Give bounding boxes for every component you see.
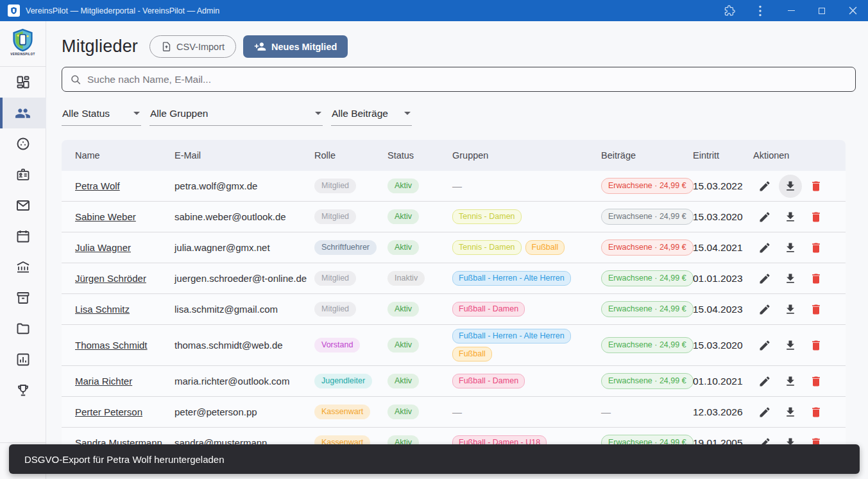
joined-date: 15.03.2022: [693, 180, 753, 192]
column-header: Status: [387, 150, 452, 161]
member-name-link[interactable]: Petra Wolf: [75, 180, 120, 191]
delete-icon: [810, 241, 822, 254]
edit-icon: [758, 211, 771, 223]
role-cell: Mitglied: [314, 302, 387, 316]
sidebar-item-sports[interactable]: [0, 128, 46, 159]
role-cell: Mitglied: [314, 209, 387, 223]
titlebar-menu-icon[interactable]: [745, 0, 776, 21]
member-email: thomas.schmidt@web.de: [174, 340, 314, 351]
sidebar-item-members[interactable]: [0, 98, 46, 128]
sidebar-item-finances[interactable]: [0, 252, 46, 283]
actions-cell: [753, 370, 846, 393]
delete-button[interactable]: [804, 334, 828, 357]
column-header: Gruppen: [452, 150, 601, 161]
status-cell: Aktiv: [387, 209, 452, 223]
delete-button[interactable]: [804, 236, 828, 259]
maximize-button[interactable]: [806, 0, 837, 21]
page-title: Mitglieder: [62, 37, 138, 57]
sidebar-item-trophies[interactable]: [0, 375, 46, 406]
empty-dash: —: [452, 180, 462, 191]
minimize-button[interactable]: [776, 0, 806, 21]
edit-icon: [758, 375, 771, 388]
download-button[interactable]: [779, 236, 802, 259]
member-name-link[interactable]: Thomas Schmidt: [75, 340, 148, 351]
member-name-link[interactable]: Julia Wagner: [75, 242, 131, 253]
close-button[interactable]: [837, 0, 868, 21]
new-member-label: Neues Mitglied: [271, 42, 337, 52]
edit-button[interactable]: [753, 175, 776, 198]
search-icon: [70, 74, 81, 85]
edit-button[interactable]: [753, 205, 776, 229]
toast-snackbar: DSGVO-Export für Petra Wolf heruntergela…: [9, 444, 860, 474]
edit-button[interactable]: [753, 334, 776, 357]
new-member-button[interactable]: Neues Mitglied: [243, 35, 348, 58]
member-name-link[interactable]: Maria Richter: [75, 376, 132, 387]
member-name-link[interactable]: Jürgen Schröder: [75, 273, 146, 284]
sidebar-item-mail[interactable]: [0, 190, 46, 221]
search-input[interactable]: [87, 74, 847, 85]
sidebar-item-archive[interactable]: [0, 283, 46, 313]
download-button[interactable]: [779, 267, 802, 290]
sidebar-item-documents[interactable]: [0, 313, 46, 344]
role-cell: Jugendleiter: [314, 374, 387, 388]
status-badge: Inaktiv: [387, 271, 425, 285]
download-button[interactable]: [779, 370, 802, 393]
edit-button[interactable]: [753, 236, 776, 259]
table-row: Perter Petersonpeter@peterson.ppKassenwa…: [62, 397, 846, 428]
edit-button[interactable]: [753, 267, 776, 290]
sidebar-item-memberships[interactable]: [0, 159, 46, 190]
sidebar-item-calendar[interactable]: [0, 221, 46, 252]
member-name-cell: Petra Wolf: [75, 180, 174, 192]
joined-date: 15.03.2020: [693, 211, 753, 223]
groups-filter-select[interactable]: Alle Gruppen: [149, 105, 323, 126]
logo-caption: VEREINSPILOT: [10, 53, 35, 56]
role-cell: Vorstand: [314, 338, 387, 352]
edit-button[interactable]: [753, 401, 776, 424]
download-button[interactable]: [779, 334, 802, 357]
mail-icon: [15, 198, 31, 213]
member-email: maria.richter@outlook.com: [174, 376, 314, 387]
joined-date: 12.03.2026: [693, 406, 753, 418]
delete-button[interactable]: [804, 175, 828, 198]
file-upload-icon: [161, 41, 172, 52]
extensions-icon[interactable]: [714, 0, 745, 21]
delete-button[interactable]: [804, 298, 828, 321]
column-header: Eintritt: [693, 150, 753, 161]
download-button[interactable]: [779, 205, 802, 229]
fees-filter-select[interactable]: Alle Beiträge: [331, 105, 412, 126]
sidebar-item-statistics[interactable]: [0, 344, 46, 375]
role-cell: Kassenwart: [314, 405, 387, 419]
table-row: Lisa Schmitzlisa.schmitz@gmail.comMitgli…: [62, 294, 846, 325]
joined-date: 15.03.2020: [693, 340, 753, 351]
status-cell: Aktiv: [387, 405, 452, 419]
member-name-link[interactable]: Lisa Schmitz: [75, 304, 130, 315]
role-cell: Mitglied: [314, 179, 387, 193]
role-cell: Mitglied: [314, 271, 387, 285]
edit-button[interactable]: [753, 370, 776, 393]
download-button[interactable]: [779, 175, 802, 198]
download-button[interactable]: [779, 298, 802, 321]
actions-cell: [753, 175, 846, 198]
group-badge: Fußball: [452, 347, 492, 361]
status-filter-select[interactable]: Alle Status: [62, 105, 141, 126]
delete-button[interactable]: [804, 401, 828, 424]
member-name-link[interactable]: Perter Peterson: [75, 406, 142, 417]
column-header: Name: [75, 150, 174, 161]
member-name-cell: Lisa Schmitz: [75, 304, 174, 315]
delete-button[interactable]: [804, 267, 828, 290]
status-badge: Aktiv: [387, 179, 419, 193]
member-name-link[interactable]: Sabine Weber: [75, 211, 136, 222]
actions-cell: [753, 401, 846, 424]
download-button[interactable]: [779, 401, 802, 424]
fees-filter-label: Alle Beiträge: [332, 108, 388, 119]
csv-import-button[interactable]: CSV-Import: [149, 35, 236, 58]
role-badge: Vorstand: [314, 338, 360, 352]
fee-badge: Erwachsene · 24,99 €: [601, 240, 694, 255]
members-table: NameE-MailRolleStatusGruppenBeiträgeEint…: [62, 140, 846, 458]
edit-button[interactable]: [753, 298, 776, 321]
delete-button[interactable]: [804, 205, 828, 229]
status-filter-label: Alle Status: [62, 108, 110, 119]
csv-import-label: CSV-Import: [176, 42, 225, 52]
delete-button[interactable]: [804, 370, 828, 393]
sidebar-item-dashboard[interactable]: [0, 67, 46, 98]
